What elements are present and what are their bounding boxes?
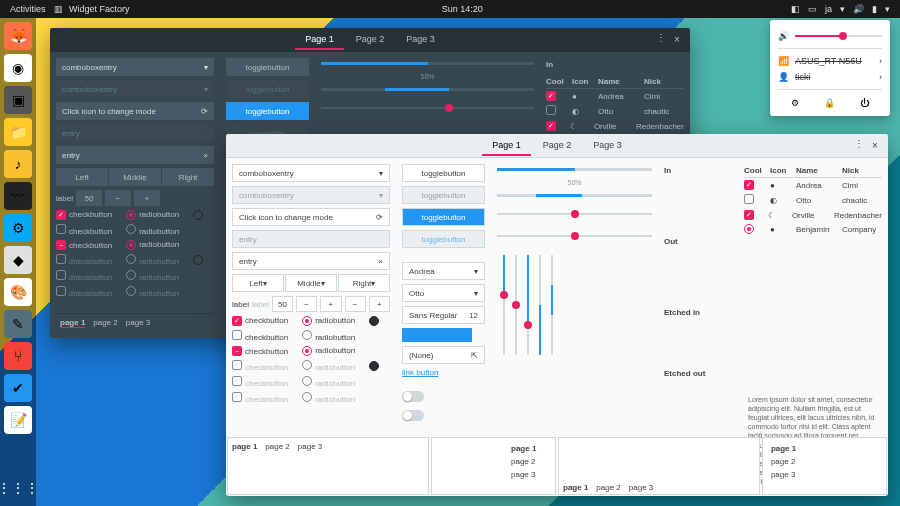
tab-page2[interactable]: Page 2	[533, 136, 582, 156]
mode-entry[interactable]: Click icon to change mode⟳	[232, 208, 390, 226]
h-slider[interactable]	[497, 213, 652, 215]
radio[interactable]	[302, 330, 312, 340]
v-slider[interactable]	[503, 255, 505, 355]
close-icon[interactable]: ×	[670, 32, 684, 46]
dock-settings[interactable]: ⚙	[4, 214, 32, 242]
spin-plus[interactable]: +	[134, 190, 160, 206]
togglebutton-active[interactable]: togglebutton	[402, 208, 485, 226]
radio[interactable]	[126, 240, 136, 250]
notebook-right[interactable]: page 1page 2page 3	[431, 437, 556, 495]
checkbox[interactable]: ✓	[232, 316, 242, 326]
color-button[interactable]	[402, 328, 472, 342]
tab-page3[interactable]: Page 3	[583, 136, 632, 156]
tab-page1[interactable]: Page 1	[295, 30, 344, 50]
name-combo[interactable]: Andrea▾	[402, 262, 485, 280]
dock-chrome[interactable]: ◉	[4, 54, 32, 82]
table-row[interactable]: ✓☾OrvilleRedenbacher	[744, 208, 882, 222]
table-row[interactable]: ◐Ottochaotic	[546, 103, 684, 119]
spinbutton[interactable]: 50	[272, 296, 293, 312]
notebook-left[interactable]: page 1page 2page 3	[762, 437, 887, 495]
table-row[interactable]: ✓●AndreaCimi	[744, 178, 882, 192]
table-row[interactable]: ●BenjaminCompany	[744, 222, 882, 236]
dock-ide[interactable]: ◆	[4, 246, 32, 274]
table-row[interactable]: ◐Ottochaotic	[744, 192, 882, 208]
link-button[interactable]: link button	[402, 368, 485, 377]
user-row[interactable]: 👤 ticki ›	[778, 69, 882, 85]
activities-button[interactable]: Activities	[10, 4, 46, 14]
menu-icon[interactable]: ⋮	[854, 138, 864, 149]
switch[interactable]	[402, 391, 424, 402]
dock-git[interactable]: ⑂	[4, 342, 32, 370]
wifi-row[interactable]: 📶 ASUS_RT-N56U ›	[778, 53, 882, 69]
checkbox[interactable]: −	[232, 346, 242, 356]
spin-minus[interactable]: −	[296, 296, 317, 312]
tab-page2[interactable]: Page 2	[346, 30, 395, 50]
switch[interactable]	[402, 410, 424, 421]
togglebutton[interactable]: togglebutton	[402, 164, 485, 182]
dock-music[interactable]: ♪	[4, 150, 32, 178]
dock-files[interactable]: 📁	[4, 118, 32, 146]
volume-icon[interactable]: 🔊	[853, 4, 864, 14]
tab-page1[interactable]: Page 1	[482, 136, 531, 156]
volume-slider[interactable]	[795, 35, 882, 37]
checkbox[interactable]: −	[56, 240, 66, 250]
spinbutton[interactable]: 50	[76, 190, 102, 206]
radio[interactable]	[302, 316, 312, 326]
togglebutton-active[interactable]: togglebutton	[226, 102, 309, 120]
dock-monitor[interactable]: 〰	[4, 182, 32, 210]
titlebar[interactable]: Page 1 Page 2 Page 3 ⋮ ×	[50, 28, 690, 52]
v-slider[interactable]	[515, 255, 517, 355]
combobox-entry[interactable]: comboboxentry▾	[232, 164, 390, 182]
dock-editor[interactable]: 📝	[4, 406, 32, 434]
dock-gimp[interactable]: ✎	[4, 310, 32, 338]
radio[interactable]	[302, 346, 312, 356]
clock[interactable]: Sun 14:20	[442, 4, 483, 14]
dock-apps[interactable]: ⋮⋮⋮	[4, 474, 32, 502]
app-menu[interactable]: ▥ Widget Factory	[54, 4, 134, 14]
battery-icon[interactable]: ▮	[872, 4, 877, 14]
dock-terminal[interactable]: ▣	[4, 86, 32, 114]
notebook-top[interactable]: page 1page 2page 3	[227, 437, 429, 495]
power-icon[interactable]: ▾	[885, 4, 890, 14]
v-slider[interactable]	[527, 255, 529, 355]
dock-firefox[interactable]: 🦊	[4, 22, 32, 50]
power-icon[interactable]: ⏻	[860, 98, 869, 108]
table-row[interactable]: ✓●AndreaCimi	[546, 89, 684, 103]
menu-icon[interactable]: ⋮	[656, 32, 666, 43]
h-slider[interactable]	[497, 235, 652, 237]
minitab[interactable]: page 3	[126, 318, 150, 328]
tray-icon[interactable]: ◧	[791, 4, 800, 14]
checkbox[interactable]: ✓	[56, 210, 66, 220]
wifi-icon[interactable]: ▾	[840, 4, 845, 14]
spin-minus[interactable]: −	[105, 190, 131, 206]
combobox-entry[interactable]: comboboxentry▾	[56, 58, 214, 76]
spin-plus[interactable]: +	[320, 296, 341, 312]
entry[interactable]: entry×	[56, 146, 214, 164]
h-slider[interactable]	[321, 107, 534, 109]
checkbox[interactable]	[56, 224, 66, 234]
font-combo[interactable]: Sans Regular 12	[402, 306, 485, 324]
settings-icon[interactable]: ⚙	[791, 98, 799, 108]
dock-todo[interactable]: ✔	[4, 374, 32, 402]
radio-solid[interactable]	[193, 210, 203, 220]
dock-paint[interactable]: 🎨	[4, 278, 32, 306]
togglebutton[interactable]: togglebutton	[226, 58, 309, 76]
segmented-control[interactable]: LeftMiddleRight	[56, 168, 214, 186]
tab-page3[interactable]: Page 3	[396, 30, 445, 50]
titlebar[interactable]: Page 1 Page 2 Page 3 ⋮ ×	[226, 134, 888, 158]
checkbox[interactable]	[232, 330, 242, 340]
lang-indicator[interactable]: ja	[825, 4, 832, 14]
radio-solid[interactable]	[369, 316, 379, 326]
mode-entry[interactable]: Click icon to change mode⟳	[56, 102, 214, 120]
minitab[interactable]: page 2	[93, 318, 117, 328]
notebook-bottom[interactable]: page 1page 2page 3	[558, 437, 760, 495]
file-chooser[interactable]: (None)⇱	[402, 346, 485, 364]
entry[interactable]: entry×	[232, 252, 390, 270]
table-row[interactable]: ✓☾OrvilleRedenbacher	[546, 119, 684, 133]
radio[interactable]	[126, 210, 136, 220]
radio[interactable]	[126, 224, 136, 234]
tray-icon[interactable]: ▭	[808, 4, 817, 14]
lock-icon[interactable]: 🔒	[824, 98, 835, 108]
close-icon[interactable]: ×	[868, 138, 882, 152]
minitab[interactable]: page 1	[60, 318, 85, 328]
